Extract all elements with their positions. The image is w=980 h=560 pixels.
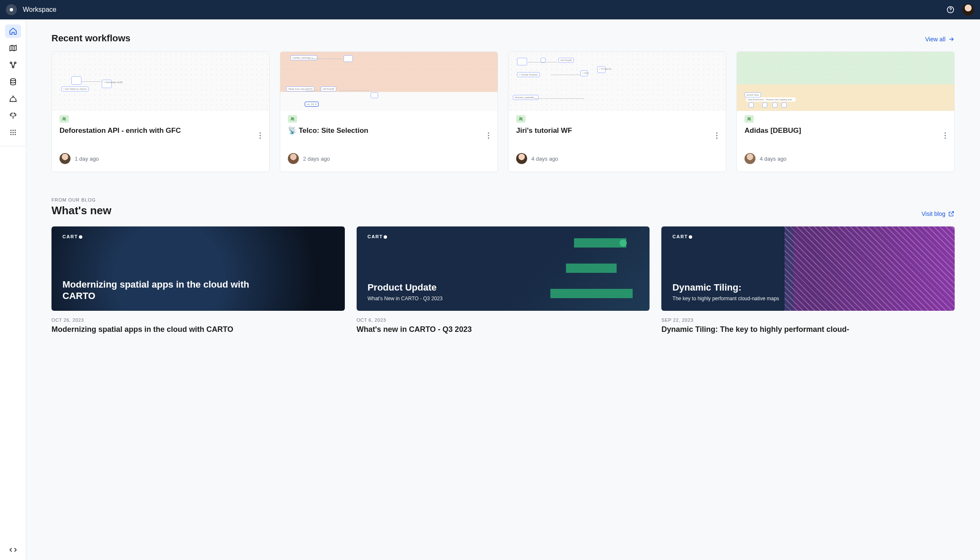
svg-point-18 (293, 118, 294, 118)
workflow-card[interactable]: H3 Polyfill • Create Isolines • Join • G… (508, 51, 726, 172)
blog-cover: CART Dynamic Tiling: The key to highly p… (661, 226, 955, 311)
workflow-card[interactable]: • Get Table by Name • Generate UUID Defo… (51, 51, 270, 172)
sidebar-item-workflows[interactable] (5, 58, 21, 72)
blog-cover: CART Modernizing spatial apps in the clo… (51, 226, 345, 311)
blog-header: What's new Visit blog (51, 204, 955, 217)
workflow-foot: 4 days ago (516, 153, 718, 164)
sidebar-item-apps[interactable] (5, 126, 21, 139)
blog-card[interactable]: CART Modernizing spatial apps in the clo… (51, 226, 345, 334)
workflow-foot: 1 day ago (60, 153, 262, 164)
workflow-title: Jiri's tutorial WF (516, 126, 718, 145)
svg-point-17 (291, 118, 292, 119)
workflow-thumb: enrich ADs Data Enrichment – Features an… (737, 52, 954, 111)
dots-vertical-icon (488, 132, 489, 139)
workflow-title: Deforestation API - enrich with GFC (60, 126, 262, 145)
sidebar-divider (0, 146, 26, 146)
workflow-body: Deforestation API - enrich with GFC 1 da… (52, 111, 269, 172)
workflow-menu-button[interactable] (712, 131, 721, 140)
workflow-foot: 2 days ago (288, 153, 490, 164)
sidebar-item-home[interactable] (5, 24, 21, 38)
workflow-thumb: mobile_network_c… Table from GeoJSON H3 … (280, 52, 498, 111)
workflow-time: 2 days ago (303, 156, 330, 162)
blog-heading: What's new (51, 204, 111, 217)
blog-date: OCT 26, 2023 (51, 318, 345, 323)
workflow-thumb: H3 Polyfill • Create Isolines • Join • G… (509, 52, 726, 111)
shared-icon (60, 115, 69, 123)
sidebar-item-data[interactable] (5, 75, 21, 89)
workflow-card[interactable]: enrich ADs Data Enrichment – Features an… (736, 51, 955, 172)
workflow-body: Adidas [DEBUG] 4 days ago (737, 111, 954, 172)
blog-card[interactable]: CART Product Update What's New in CARTO … (357, 226, 650, 334)
svg-point-5 (11, 79, 16, 81)
help-icon[interactable] (946, 5, 955, 14)
blog-cover: CART Product Update What's New in CARTO … (357, 226, 650, 311)
sidebar-item-explore[interactable] (5, 92, 21, 105)
sidebar (0, 19, 26, 560)
shared-icon (744, 115, 754, 123)
blog-card[interactable]: CART Dynamic Tiling: The key to highly p… (661, 226, 955, 334)
blog-title: What's new in CARTO - Q3 2023 (357, 324, 650, 334)
svg-point-15 (63, 118, 64, 119)
svg-point-22 (750, 118, 750, 118)
blog-grid: CART Modernizing spatial apps in the clo… (51, 226, 955, 334)
brand-logo: CART (672, 234, 692, 239)
author-avatar (744, 153, 755, 164)
svg-point-21 (748, 118, 749, 119)
workflow-title: Adidas [DEBUG] (744, 126, 947, 145)
blog-cover-sub: What's New in CARTO - Q3 2023 (368, 296, 639, 302)
workspace-switcher-icon[interactable] (6, 4, 17, 15)
main-content: Recent workflows View all • Get Table by… (26, 19, 980, 560)
svg-point-1 (950, 11, 950, 12)
blog-date: SEP 22, 2023 (661, 318, 955, 323)
workflow-time: 1 day ago (75, 156, 99, 162)
workflow-menu-button[interactable] (484, 131, 493, 140)
svg-point-10 (12, 132, 14, 133)
visit-blog-label: Visit blog (921, 210, 945, 217)
workflow-title: 📡 Telco: Site Selection (288, 126, 490, 145)
blog-eyebrow: FROM OUR BLOG (51, 197, 955, 202)
blog-title: Dynamic Tiling: The key to highly perfor… (661, 324, 955, 334)
svg-point-8 (14, 130, 16, 131)
workflow-menu-button[interactable] (256, 131, 264, 140)
brand-logo: CART (62, 234, 82, 239)
view-all-link[interactable]: View all (925, 36, 955, 43)
sidebar-item-connections[interactable] (5, 109, 21, 122)
shared-icon (288, 115, 297, 123)
topbar: Workspace (0, 0, 980, 19)
workflow-time: 4 days ago (531, 156, 558, 162)
svg-point-9 (10, 132, 11, 133)
sidebar-item-maps[interactable] (5, 41, 21, 55)
recent-workflows-heading: Recent workflows (51, 33, 130, 44)
dots-vertical-icon (945, 132, 946, 139)
workflow-body: Jiri's tutorial WF 4 days ago (509, 111, 726, 172)
svg-point-11 (14, 132, 16, 133)
user-avatar[interactable] (962, 4, 974, 16)
workflow-grid: • Get Table by Name • Generate UUID Defo… (51, 51, 955, 172)
blog-date: OCT 6, 2023 (357, 318, 650, 323)
workflow-body: 📡 Telco: Site Selection 2 days ago (280, 111, 498, 172)
recent-workflows-header: Recent workflows View all (51, 33, 955, 44)
svg-point-14 (14, 134, 16, 135)
workflow-foot: 4 days ago (744, 153, 947, 164)
workflow-thumb: • Get Table by Name • Generate UUID (52, 52, 269, 111)
blog-cover-title: Product Update (368, 282, 558, 293)
workflow-time: 4 days ago (760, 156, 787, 162)
author-avatar (288, 153, 299, 164)
sidebar-item-developers[interactable] (5, 543, 21, 557)
external-link-icon (948, 210, 955, 217)
workflow-menu-button[interactable] (941, 131, 949, 140)
workspace-title: Workspace (23, 6, 57, 13)
brand-logo: CART (368, 234, 387, 239)
author-avatar (60, 153, 70, 164)
svg-point-12 (10, 134, 11, 135)
visit-blog-link[interactable]: Visit blog (921, 210, 955, 217)
arrow-right-icon (948, 36, 955, 43)
svg-point-13 (12, 134, 14, 135)
dots-vertical-icon (716, 132, 717, 139)
blog-cover-sub: The key to highly performant cloud-nativ… (672, 296, 944, 302)
blog-cover-title: Modernizing spatial apps in the cloud wi… (62, 279, 252, 302)
shared-icon (516, 115, 525, 123)
blog-title: Modernizing spatial apps in the cloud wi… (51, 324, 345, 334)
svg-point-20 (521, 118, 522, 118)
workflow-card[interactable]: mobile_network_c… Table from GeoJSON H3 … (280, 51, 498, 172)
